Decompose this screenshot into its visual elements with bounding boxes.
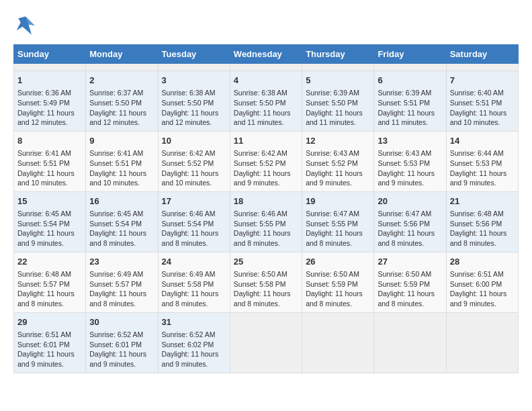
day-number: 18 [234, 195, 298, 208]
day-info: Sunrise: 6:50 AM Sunset: 5:59 PM Dayligh… [306, 269, 370, 309]
calendar-cell: 16Sunrise: 6:45 AM Sunset: 5:54 PM Dayli… [86, 191, 158, 252]
day-number: 17 [162, 195, 226, 208]
day-info: Sunrise: 6:46 AM Sunset: 5:55 PM Dayligh… [234, 209, 298, 248]
day-number: 7 [450, 75, 515, 87]
calendar-cell: 24Sunrise: 6:49 AM Sunset: 5:58 PM Dayli… [158, 252, 230, 312]
calendar-cell [302, 312, 374, 373]
calendar-cell: 1Sunrise: 6:36 AM Sunset: 5:49 PM Daylig… [14, 71, 86, 132]
day-number: 16 [89, 195, 154, 208]
col-header-friday: Friday [374, 45, 446, 64]
calendar-cell [374, 64, 446, 71]
day-number: 1 [17, 75, 82, 87]
day-info: Sunrise: 6:51 AM Sunset: 6:01 PM Dayligh… [17, 330, 82, 369]
day-number: 26 [306, 256, 370, 268]
day-info: Sunrise: 6:39 AM Sunset: 5:51 PM Dayligh… [378, 88, 442, 128]
day-number: 20 [378, 195, 442, 208]
day-number: 27 [378, 256, 442, 268]
calendar-cell: 7Sunrise: 6:40 AM Sunset: 5:51 PM Daylig… [446, 71, 518, 132]
day-number: 6 [378, 75, 442, 87]
day-info: Sunrise: 6:49 AM Sunset: 5:57 PM Dayligh… [89, 269, 154, 309]
calendar-cell: 31Sunrise: 6:52 AM Sunset: 6:02 PM Dayli… [158, 312, 230, 373]
calendar-cell [446, 312, 518, 373]
day-info: Sunrise: 6:42 AM Sunset: 5:52 PM Dayligh… [162, 148, 226, 188]
day-info: Sunrise: 6:39 AM Sunset: 5:50 PM Dayligh… [306, 88, 370, 128]
day-info: Sunrise: 6:41 AM Sunset: 5:51 PM Dayligh… [17, 148, 82, 188]
calendar-cell [230, 312, 302, 373]
day-number: 13 [378, 135, 442, 147]
day-info: Sunrise: 6:45 AM Sunset: 5:54 PM Dayligh… [89, 209, 154, 248]
calendar-cell: 4Sunrise: 6:38 AM Sunset: 5:50 PM Daylig… [230, 71, 302, 132]
day-number: 30 [89, 316, 154, 328]
calendar-table: SundayMondayTuesdayWednesdayThursdayFrid… [13, 44, 519, 373]
day-number: 12 [306, 135, 370, 147]
calendar-cell [374, 312, 446, 373]
day-info: Sunrise: 6:50 AM Sunset: 5:59 PM Dayligh… [378, 269, 442, 309]
calendar-cell: 23Sunrise: 6:49 AM Sunset: 5:57 PM Dayli… [86, 252, 158, 312]
calendar-cell: 15Sunrise: 6:45 AM Sunset: 5:54 PM Dayli… [14, 191, 86, 252]
calendar-cell [446, 64, 518, 71]
calendar-cell [14, 64, 86, 71]
day-info: Sunrise: 6:42 AM Sunset: 5:52 PM Dayligh… [234, 148, 298, 188]
calendar-cell: 20Sunrise: 6:47 AM Sunset: 5:56 PM Dayli… [374, 191, 446, 252]
day-number: 9 [89, 135, 154, 147]
day-info: Sunrise: 6:37 AM Sunset: 5:50 PM Dayligh… [89, 88, 154, 128]
calendar-cell: 28Sunrise: 6:51 AM Sunset: 6:00 PM Dayli… [446, 252, 518, 312]
day-info: Sunrise: 6:45 AM Sunset: 5:54 PM Dayligh… [17, 209, 82, 248]
page-header [13, 13, 519, 38]
calendar-cell: 11Sunrise: 6:42 AM Sunset: 5:52 PM Dayli… [230, 131, 302, 191]
calendar-cell: 27Sunrise: 6:50 AM Sunset: 5:59 PM Dayli… [374, 252, 446, 312]
day-number: 3 [162, 75, 226, 87]
day-info: Sunrise: 6:48 AM Sunset: 5:56 PM Dayligh… [450, 209, 515, 248]
day-info: Sunrise: 6:48 AM Sunset: 5:57 PM Dayligh… [17, 269, 82, 309]
calendar-cell: 17Sunrise: 6:46 AM Sunset: 5:54 PM Dayli… [158, 191, 230, 252]
day-info: Sunrise: 6:46 AM Sunset: 5:54 PM Dayligh… [162, 209, 226, 248]
calendar-cell: 13Sunrise: 6:43 AM Sunset: 5:53 PM Dayli… [374, 131, 446, 191]
col-header-thursday: Thursday [302, 45, 374, 64]
col-header-monday: Monday [86, 45, 158, 64]
calendar-cell: 8Sunrise: 6:41 AM Sunset: 5:51 PM Daylig… [14, 131, 86, 191]
day-info: Sunrise: 6:50 AM Sunset: 5:58 PM Dayligh… [234, 269, 298, 309]
calendar-cell: 25Sunrise: 6:50 AM Sunset: 5:58 PM Dayli… [230, 252, 302, 312]
calendar-cell: 22Sunrise: 6:48 AM Sunset: 5:57 PM Dayli… [14, 252, 86, 312]
calendar-cell: 14Sunrise: 6:44 AM Sunset: 5:53 PM Dayli… [446, 131, 518, 191]
day-number: 2 [89, 75, 154, 87]
calendar-cell: 3Sunrise: 6:38 AM Sunset: 5:50 PM Daylig… [158, 71, 230, 132]
day-info: Sunrise: 6:40 AM Sunset: 5:51 PM Dayligh… [450, 88, 515, 128]
calendar-cell: 30Sunrise: 6:52 AM Sunset: 6:01 PM Dayli… [86, 312, 158, 373]
calendar-cell: 9Sunrise: 6:41 AM Sunset: 5:51 PM Daylig… [86, 131, 158, 191]
calendar-cell: 19Sunrise: 6:47 AM Sunset: 5:55 PM Dayli… [302, 191, 374, 252]
day-info: Sunrise: 6:44 AM Sunset: 5:53 PM Dayligh… [450, 148, 515, 188]
day-number: 5 [306, 75, 370, 87]
calendar-cell [158, 64, 230, 71]
day-number: 10 [162, 135, 226, 147]
calendar-cell: 29Sunrise: 6:51 AM Sunset: 6:01 PM Dayli… [14, 312, 86, 373]
day-info: Sunrise: 6:38 AM Sunset: 5:50 PM Dayligh… [234, 88, 298, 128]
calendar-cell [86, 64, 158, 71]
col-header-tuesday: Tuesday [158, 45, 230, 64]
col-header-saturday: Saturday [446, 45, 518, 64]
logo [13, 13, 40, 38]
calendar-cell: 26Sunrise: 6:50 AM Sunset: 5:59 PM Dayli… [302, 252, 374, 312]
day-number: 4 [234, 75, 298, 87]
day-info: Sunrise: 6:43 AM Sunset: 5:52 PM Dayligh… [306, 148, 370, 188]
day-number: 8 [17, 135, 82, 147]
calendar-cell: 21Sunrise: 6:48 AM Sunset: 5:56 PM Dayli… [446, 191, 518, 252]
day-number: 14 [450, 135, 515, 147]
day-info: Sunrise: 6:49 AM Sunset: 5:58 PM Dayligh… [162, 269, 226, 309]
day-info: Sunrise: 6:36 AM Sunset: 5:49 PM Dayligh… [17, 88, 82, 128]
day-number: 23 [89, 256, 154, 268]
day-number: 21 [450, 195, 515, 208]
day-number: 24 [162, 256, 226, 268]
day-info: Sunrise: 6:43 AM Sunset: 5:53 PM Dayligh… [378, 148, 442, 188]
calendar-cell [230, 64, 302, 71]
day-number: 28 [450, 256, 515, 268]
day-info: Sunrise: 6:51 AM Sunset: 6:00 PM Dayligh… [450, 269, 515, 309]
day-info: Sunrise: 6:38 AM Sunset: 5:50 PM Dayligh… [162, 88, 226, 128]
day-number: 11 [234, 135, 298, 147]
day-number: 15 [17, 195, 82, 208]
calendar-cell: 10Sunrise: 6:42 AM Sunset: 5:52 PM Dayli… [158, 131, 230, 191]
logo-icon [13, 13, 38, 38]
col-header-wednesday: Wednesday [230, 45, 302, 64]
calendar-cell: 2Sunrise: 6:37 AM Sunset: 5:50 PM Daylig… [86, 71, 158, 132]
col-header-sunday: Sunday [14, 45, 86, 64]
